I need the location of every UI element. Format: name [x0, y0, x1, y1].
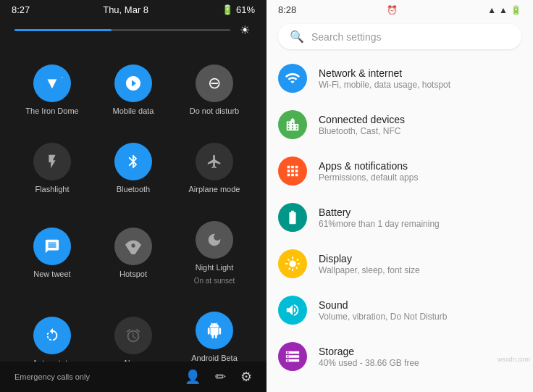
bottom-action-icons: 👤 ✏ ⚙ [185, 369, 252, 385]
quick-tiles-grid: ▼ · The Iron Dome Mobile data ⊖ Do not d… [0, 46, 266, 392]
tile-night-sublabel: On at sunset [194, 277, 235, 285]
settings-item-battery[interactable]: Battery 61%more than 1 day remaining [266, 194, 533, 241]
connected-devices-icon [278, 110, 307, 139]
display-icon [278, 249, 307, 278]
apps-subtitle: Permissions, default apps [319, 172, 521, 183]
tile-night-label: Night Light [196, 263, 234, 272]
tile-airplane-icon [196, 143, 233, 180]
time-display: 8:27 [12, 4, 30, 15]
settings-list: Network & internet Wi-Fi, mobile, data u… [266, 55, 533, 392]
user-icon[interactable]: 👤 [185, 369, 201, 385]
tile-bluetooth-label: Bluetooth [117, 185, 150, 194]
tile-beta-icon [196, 312, 233, 349]
settings-search-bar[interactable]: 🔍 Search settings [278, 24, 521, 49]
tile-flashlight[interactable]: Flashlight [12, 130, 93, 208]
battery-icon: 🔋 [222, 4, 233, 15]
settings-panel: 8:28 ⏰ ▲ ▲ 🔋 🔍 Search settings Network &… [266, 0, 533, 392]
storage-icon [278, 342, 307, 371]
tile-tweet-icon [33, 228, 71, 265]
brightness-slider[interactable] [14, 29, 230, 31]
right-indicators: 🔋 61% [222, 4, 255, 15]
settings-item-display[interactable]: Display Wallpaper, sleep, font size [266, 241, 533, 287]
tile-tweet-label: New tweet [33, 270, 70, 279]
display-subtitle: Wallpaper, sleep, font size [319, 265, 521, 275]
right-time: 8:28 [278, 4, 296, 15]
tile-new-tweet[interactable]: New tweet [12, 208, 93, 299]
display-text: Display Wallpaper, sleep, font size [319, 253, 521, 275]
apps-icon [278, 157, 307, 185]
settings-item-network[interactable]: Network & internet Wi-Fi, mobile, data u… [266, 55, 533, 101]
tile-wifi[interactable]: ▼ · The Iron Dome [12, 51, 93, 130]
network-title: Network & internet [319, 67, 521, 79]
connected-devices-subtitle: Bluetooth, Cast, NFC [319, 126, 521, 136]
network-icon [278, 64, 307, 93]
storage-text: Storage 40% used - 38.66 GB free [319, 346, 521, 368]
display-title: Display [319, 253, 521, 264]
apps-text: Apps & notifications Permissions, defaul… [319, 160, 521, 183]
network-text: Network & internet Wi-Fi, mobile, data u… [319, 67, 521, 90]
brightness-sun-icon: ☀ [238, 22, 252, 37]
tile-rotate-icon [33, 317, 71, 354]
tile-wifi-label: The Iron Dome [25, 107, 78, 116]
tile-mobile-data-label: Mobile data [113, 107, 154, 116]
tile-night-icon [196, 221, 233, 259]
watermark: wsxdn.com [498, 356, 530, 363]
tile-airplane-mode[interactable]: Airplane mode [174, 130, 255, 208]
right-status-icons: ▲ ▲ 🔋 [487, 5, 521, 15]
quick-settings-panel: 8:27 Thu, Mar 8 🔋 61% ☀ ▼ · The Iron Dom… [0, 0, 266, 392]
tile-wifi-icon: ▼ · [33, 64, 71, 102]
tile-do-not-disturb[interactable]: ⊖ Do not disturb [174, 51, 255, 130]
tile-mobile-data-icon [114, 64, 152, 102]
alarm-indicator: ⏰ [387, 5, 398, 15]
tile-bluetooth-icon [114, 143, 152, 180]
apps-title: Apps & notifications [319, 160, 521, 172]
settings-item-connected-devices[interactable]: Connected devices Bluetooth, Cast, NFC [266, 101, 533, 148]
settings-item-storage[interactable]: Storage 40% used - 38.66 GB free [266, 333, 533, 380]
battery-subtitle: 61%more than 1 day remaining [319, 219, 521, 229]
brightness-control[interactable]: ☀ [0, 20, 266, 46]
tile-flashlight-icon [33, 143, 71, 180]
left-status-bar: 8:27 Thu, Mar 8 🔋 61% [0, 0, 266, 20]
network-subtitle: Wi-Fi, mobile, data usage, hotspot [319, 80, 521, 90]
tile-bluetooth[interactable]: Bluetooth [93, 130, 174, 208]
tile-flashlight-label: Flashlight [35, 185, 69, 194]
quick-settings-bottom-bar: Emergency calls only 👤 ✏ ⚙ [0, 362, 266, 392]
settings-item-sound[interactable]: Sound Volume, vibration, Do Not Disturb [266, 287, 533, 333]
settings-gear-icon[interactable]: ⚙ [240, 369, 252, 385]
search-icon: 🔍 [290, 30, 304, 43]
storage-title: Storage [319, 346, 521, 357]
tile-hotspot[interactable]: Hotspot [93, 208, 174, 299]
connected-devices-text: Connected devices Bluetooth, Cast, NFC [319, 114, 521, 136]
signal-indicator-icon: ▲ [499, 5, 508, 15]
tile-alarm-icon [114, 317, 152, 354]
settings-item-apps[interactable]: Apps & notifications Permissions, defaul… [266, 148, 533, 194]
sound-subtitle: Volume, vibration, Do Not Disturb [319, 312, 521, 322]
search-placeholder: Search settings [311, 31, 382, 43]
storage-subtitle: 40% used - 38.66 GB free [319, 358, 521, 368]
battery-text: Battery 61%more than 1 day remaining [319, 207, 521, 229]
tile-hotspot-label: Hotspot [119, 270, 147, 279]
battery-percent: 61% [236, 4, 255, 15]
sound-icon [278, 296, 307, 325]
wifi-indicator-icon: ▲ [487, 5, 496, 15]
battery-settings-icon [278, 203, 307, 232]
tile-dnd-icon: ⊖ [196, 64, 233, 102]
emergency-text: Emergency calls only [14, 372, 90, 381]
edit-icon[interactable]: ✏ [215, 369, 226, 385]
tile-hotspot-icon [114, 228, 152, 265]
tile-dnd-label: Do not disturb [190, 107, 239, 116]
tile-airplane-label: Airplane mode [189, 185, 240, 194]
tile-night-light[interactable]: Night Light On at sunset [174, 208, 255, 299]
battery-title: Battery [319, 207, 521, 218]
right-status-bar: 8:28 ⏰ ▲ ▲ 🔋 [266, 0, 533, 20]
tile-mobile-data[interactable]: Mobile data [93, 51, 174, 130]
connected-devices-title: Connected devices [319, 114, 521, 125]
battery-indicator-icon: 🔋 [511, 5, 521, 15]
sound-text: Sound Volume, vibration, Do Not Disturb [319, 299, 521, 322]
brightness-fill [14, 29, 112, 31]
sound-title: Sound [319, 299, 521, 311]
date-display: Thu, Mar 8 [103, 4, 148, 15]
